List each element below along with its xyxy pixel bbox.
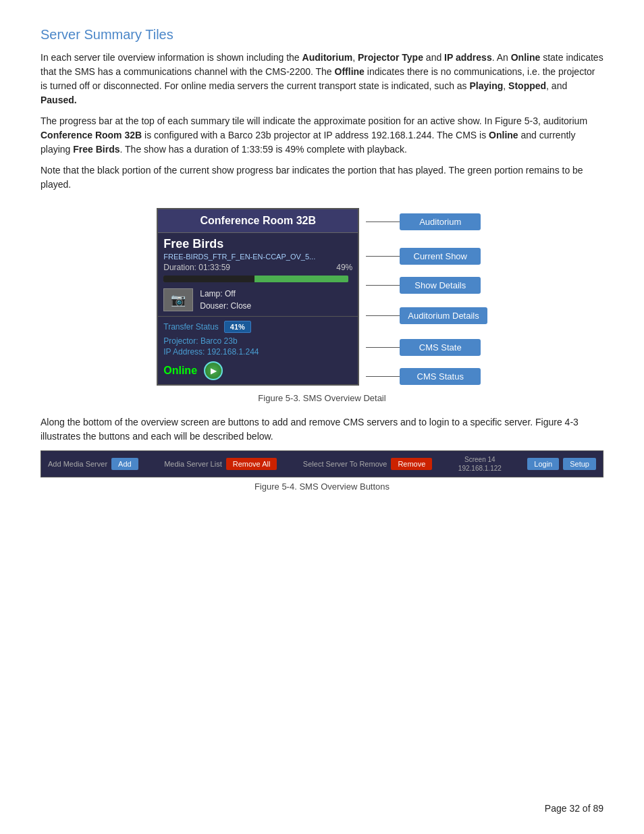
setup-button[interactable]: Setup (563, 458, 596, 470)
divider-1 (158, 316, 358, 317)
login-button[interactable]: Login (527, 458, 559, 470)
callout-label-cms-status: CMS Status (400, 368, 481, 385)
remove-button[interactable]: Remove (391, 458, 432, 470)
callout-cms-state: CMS State (366, 339, 487, 356)
paragraph-1: In each server tile overview information… (41, 51, 603, 107)
callout-label-current-show: Current Show (400, 248, 481, 265)
callout-line-4 (366, 315, 400, 316)
status-online: Online (163, 365, 197, 377)
douser-info: Douser: Close (200, 300, 251, 312)
callout-label-auditorium: Auditorium (400, 213, 481, 230)
projector-icon: 📷 (163, 288, 193, 311)
callout-line-2 (366, 256, 400, 257)
callout-current-show: Current Show (366, 248, 487, 265)
figure-4-caption: Figure 5-4. SMS Overview Buttons (41, 481, 603, 492)
remove-all-button[interactable]: Remove All (226, 458, 277, 470)
tile-diagram: Conference Room 32B Free Birds FREE-BIRD… (157, 208, 487, 388)
callout-line-1 (366, 221, 400, 222)
duration-value: 01:33:59 (198, 263, 230, 272)
screen-ip: 192.168.1.122 (458, 464, 502, 473)
page-footer: Page 32 of 89 (545, 803, 603, 814)
callout-labels: Auditorium Current Show Show Details Aud… (366, 208, 487, 388)
progress-bar (163, 276, 348, 282)
screen-info: Screen 14 192.168.1.122 (458, 455, 502, 473)
projector-model-row: Projector: Barco 23b (158, 336, 358, 346)
callout-line-6 (366, 376, 400, 377)
transfer-label: Transfer Status (163, 322, 219, 332)
paragraph-3: Note that the black portion of the curre… (41, 163, 603, 192)
tile-show-name: Free Birds (158, 233, 358, 253)
tile-progress-row: Duration: 01:33:59 49% (158, 261, 358, 274)
progress-played (163, 276, 254, 282)
add-button[interactable]: Add (111, 458, 138, 470)
screen-label: Screen 14 (458, 455, 502, 464)
progress-remaining (254, 276, 349, 282)
progress-pct: 49% (336, 263, 352, 272)
figure-3-caption: Figure 5-3. SMS Overview Detail (41, 393, 603, 403)
play-button[interactable]: ▶ (204, 361, 223, 380)
buttons-bar: Add Media Server Add Media Server List R… (41, 450, 603, 477)
projector-info: Lamp: Off Douser: Close (200, 288, 251, 312)
transfer-pct: 41% (224, 321, 251, 333)
callout-label-cms-state: CMS State (400, 339, 481, 356)
status-row: Online ▶ (158, 357, 358, 384)
select-server-label: Select Server To Remove (303, 460, 387, 468)
figure-3-container: Conference Room 32B Free Birds FREE-BIRD… (41, 208, 603, 388)
duration-label: Duration: (163, 263, 196, 272)
transfer-row: Transfer Status 41% (158, 318, 358, 336)
section-title: Server Summary Tiles (41, 27, 603, 43)
add-media-label: Add Media Server (48, 460, 107, 468)
callout-auditorium: Auditorium (366, 213, 487, 230)
callout-label-show-details: Show Details (400, 277, 481, 294)
paragraph-4: Along the bottom of the overview screen … (41, 415, 603, 444)
callout-label-auditorium-details: Auditorium Details (400, 307, 487, 324)
projector-row: 📷 Lamp: Off Douser: Close (158, 285, 358, 315)
callout-auditorium-details: Auditorium Details (366, 307, 487, 324)
callout-line-3 (366, 285, 400, 286)
lamp-info: Lamp: Off (200, 288, 251, 300)
sms-tile: Conference Room 32B Free Birds FREE-BIRD… (157, 208, 359, 386)
callout-cms-status: CMS Status (366, 368, 487, 385)
tile-header: Conference Room 32B (158, 209, 358, 233)
callout-line-5 (366, 347, 400, 348)
callout-show-details: Show Details (366, 277, 487, 294)
tile-show-file: FREE-BIRDS_FTR_F_EN-EN-CCAP_OV_5... (158, 253, 358, 261)
ip-address-row: IP Address: 192.168.1.244 (158, 346, 358, 357)
media-server-list-label: Media Server List (164, 460, 222, 468)
paragraph-2: The progress bar at the top of each summ… (41, 114, 603, 157)
